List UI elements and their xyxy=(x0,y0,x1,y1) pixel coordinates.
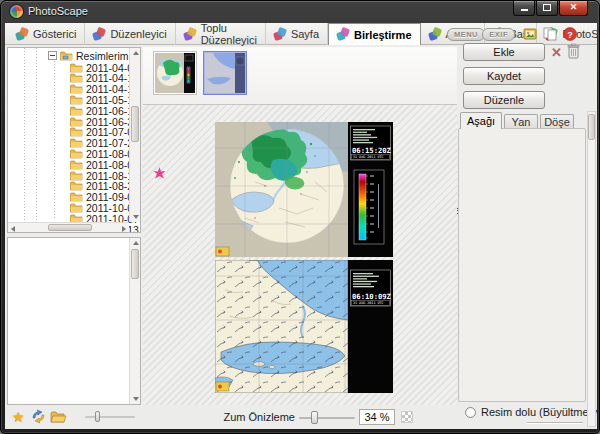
tree-hscrollbar[interactable] xyxy=(8,222,129,232)
scroll-right-icon[interactable] xyxy=(122,226,126,232)
folder-icon xyxy=(70,149,83,159)
main-tabbar: Gösterici Düzenleyici Toplu Düzenleyici … xyxy=(5,23,597,45)
help-icon[interactable]: ? xyxy=(563,27,577,41)
titlebar[interactable]: PhotoScape ✕ xyxy=(1,1,599,23)
trash-icon[interactable] xyxy=(567,43,580,59)
tab-label: Düzenleyici xyxy=(110,28,166,40)
pictures-folder-icon xyxy=(60,51,73,61)
divider xyxy=(527,422,583,423)
folder-icon xyxy=(70,192,83,202)
radar-date: 31 AUG 2011 UTC xyxy=(353,155,384,159)
main-tab[interactable]: Düzenleyici xyxy=(85,23,175,45)
window-title: PhotoScape xyxy=(28,5,88,17)
maximize-button[interactable] xyxy=(536,1,558,16)
panel-tab-aşağı[interactable]: Aşağı xyxy=(460,112,502,129)
remove-icon[interactable]: ✕ xyxy=(551,45,562,60)
main-tab[interactable]: Toplu Düzenleyici xyxy=(176,23,266,45)
folder-icon xyxy=(70,171,83,181)
open-folder-icon[interactable] xyxy=(50,410,67,423)
folder-icon xyxy=(70,95,83,105)
folder-icon xyxy=(70,160,83,170)
wind-date: 31 AUG 2011 UTC xyxy=(353,301,384,305)
tree-guide-line xyxy=(24,48,25,222)
panel-tab-yan[interactable]: Yan xyxy=(504,114,538,129)
tree-guide-line xyxy=(36,48,37,222)
filelist-vscrollbar[interactable] xyxy=(129,238,140,404)
tree-guide-line xyxy=(54,61,55,218)
layout-options-group xyxy=(458,128,586,402)
scroll-up-icon[interactable] xyxy=(133,51,139,55)
svg-text:?: ? xyxy=(567,30,573,40)
selected-photos-strip xyxy=(143,47,457,105)
fit-mode-radio[interactable]: Resim dolu (Büyültme yok) xyxy=(465,406,597,419)
main-tab[interactable]: Birleştirme xyxy=(328,23,420,45)
scroll-up-icon[interactable] xyxy=(133,241,139,245)
thumb-size-slider-handle[interactable] xyxy=(95,411,100,422)
radio-label: Resim dolu (Büyültme yok) xyxy=(481,406,597,418)
zoom-preview-label: Zum Önizleme xyxy=(155,411,295,423)
panel-vscroll-thumb[interactable] xyxy=(588,114,595,140)
protect-image-icon[interactable] xyxy=(523,27,537,41)
minimize-button[interactable] xyxy=(513,1,535,16)
folder-tree: Resimlerim 2011-04-04 2011-04-13 2011-04… xyxy=(7,47,141,233)
filelist-vscroll-thumb[interactable] xyxy=(131,249,139,279)
folder-icon xyxy=(70,203,83,213)
folder-label: Resimlerim xyxy=(76,50,129,62)
wind-logo xyxy=(216,382,229,391)
favorites-icon[interactable]: ★ xyxy=(12,409,25,425)
photoscape-window: PhotoScape ✕ Gösterici Düzenleyici Toplu… xyxy=(0,0,600,434)
edit-button[interactable]: Düzenle xyxy=(463,91,545,109)
tab-icon xyxy=(184,28,197,41)
exif-button[interactable]: EXIF xyxy=(482,28,515,41)
refresh-icon[interactable] xyxy=(31,409,46,424)
folder-icon xyxy=(70,106,83,116)
tree-collapse-toggle[interactable] xyxy=(48,51,57,60)
radar-logo xyxy=(216,247,229,256)
folder-icon xyxy=(70,117,83,127)
scroll-left-icon[interactable] xyxy=(11,226,15,232)
tab-icon xyxy=(337,28,350,41)
panel-tab-döşe[interactable]: Döşe xyxy=(540,114,574,129)
radio-icon xyxy=(465,407,476,418)
radar-thumbnail[interactable] xyxy=(153,51,197,95)
tab-icon xyxy=(16,28,29,41)
transparency-toggle-icon[interactable] xyxy=(401,411,413,423)
scroll-down-icon[interactable] xyxy=(133,397,139,401)
combine-preview-area[interactable]: 06:15:20Z 31 AUG 2011 UTC xyxy=(143,105,457,405)
pink-star-marker xyxy=(153,167,166,180)
folder-icon xyxy=(70,63,83,73)
zoom-slider-handle[interactable] xyxy=(311,411,318,424)
tab-label: Sayfa xyxy=(291,28,319,40)
wind-map-image[interactable]: 06:10:09Z 31 AUG 2011 UTC xyxy=(215,260,393,393)
tree-hscroll-thumb[interactable] xyxy=(48,224,92,231)
copy-icon[interactable] xyxy=(543,27,557,41)
folder-icon xyxy=(70,84,83,94)
file-list[interactable] xyxy=(7,237,141,405)
folder-icon xyxy=(70,138,83,148)
add-button[interactable]: Ekle xyxy=(463,43,545,61)
panel-vscrollbar[interactable] xyxy=(587,111,596,427)
close-button[interactable]: ✕ xyxy=(559,1,588,16)
zoom-value-field[interactable]: 34 % xyxy=(359,409,395,425)
zoom-slider[interactable] xyxy=(299,417,355,419)
app-icon xyxy=(10,5,23,18)
thumb-size-slider[interactable] xyxy=(85,416,135,418)
tab-icon xyxy=(429,28,442,41)
tree-vscroll-thumb[interactable] xyxy=(131,106,139,142)
windmap-thumbnail[interactable] xyxy=(203,51,247,95)
scroll-down-icon[interactable] xyxy=(133,215,139,219)
main-tab[interactable]: Sayfa xyxy=(266,23,328,45)
menu-button[interactable]: MENU xyxy=(447,28,485,41)
tab-label: Gösterici xyxy=(33,28,76,40)
tab-label: Birleştirme xyxy=(354,29,411,41)
folder-icon xyxy=(70,181,83,191)
radar-image[interactable]: 06:15:20Z 31 AUG 2011 UTC xyxy=(215,122,393,257)
folder-icon xyxy=(70,127,83,137)
radar-timestamp: 06:15:20Z xyxy=(352,146,392,155)
tab-label: Toplu Düzenleyici xyxy=(201,23,257,46)
save-button[interactable]: Kaydet xyxy=(463,67,545,85)
tab-icon xyxy=(93,28,106,41)
main-tab[interactable]: Gösterici xyxy=(8,23,85,45)
folder-icon xyxy=(70,73,83,83)
tree-vscrollbar[interactable] xyxy=(129,48,140,222)
